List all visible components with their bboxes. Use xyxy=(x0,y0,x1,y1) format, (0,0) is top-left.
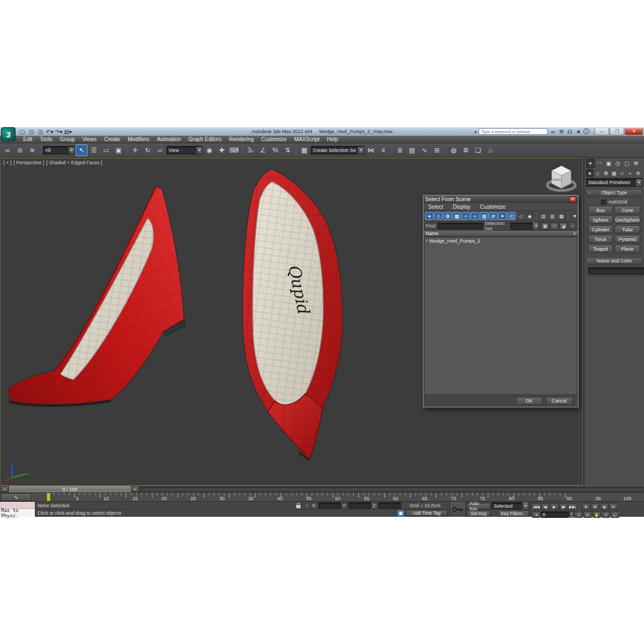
scene-object-row[interactable]: ▪ Wedge_Heel_Pumps_2 xyxy=(425,237,577,244)
select-none-icon[interactable]: □ xyxy=(550,223,558,230)
select-invert-icon[interactable]: ◪ xyxy=(559,223,567,230)
display-influences-icon[interactable]: ◆ xyxy=(525,212,534,220)
undo-icon[interactable]: ↶▾ xyxy=(46,128,54,135)
schematic-view-icon[interactable]: ⊞ xyxy=(431,144,443,156)
pan-icon[interactable]: ✋ xyxy=(592,511,601,518)
keyboard-override-icon[interactable]: ⌨ xyxy=(228,144,240,156)
track-bar-ruler[interactable]: 0510152025303540455055606570758085909510… xyxy=(32,493,644,501)
key-filters-button[interactable]: Key Filters... xyxy=(498,510,529,517)
tree-view-icon[interactable]: ▥ xyxy=(548,212,557,220)
teapot-button[interactable]: Teapot xyxy=(588,245,613,253)
perspective-viewport[interactable]: [ + ] [ Perspective ] [ Shaded + Edged F… xyxy=(0,158,583,486)
infocenter-search-input[interactable] xyxy=(479,128,547,135)
menu-item[interactable]: Tools xyxy=(36,136,56,143)
menu-item[interactable]: Help xyxy=(323,136,342,143)
infocenter-toggle-icon[interactable]: ▸ xyxy=(475,129,477,134)
subtab-shapes[interactable]: ◇ xyxy=(594,169,602,177)
next-frame-arrow[interactable]: > xyxy=(131,486,139,492)
tube-button[interactable]: Tube xyxy=(614,225,640,233)
tab-display[interactable]: ▢ xyxy=(623,159,631,168)
go-to-end-icon[interactable]: ▶▶| xyxy=(568,503,577,510)
object-name-input[interactable] xyxy=(588,267,644,275)
column-view-icon[interactable]: ▦ xyxy=(557,212,566,220)
y-coordinate-field[interactable] xyxy=(348,502,371,509)
bind-to-space-warp-icon[interactable]: ≋ xyxy=(26,144,38,156)
tab-modify[interactable]: ◠ xyxy=(595,159,604,168)
sphere-button[interactable]: Sphere xyxy=(588,216,613,224)
time-configuration-icon[interactable]: ◷ xyxy=(574,511,583,518)
play-icon[interactable]: ▶ xyxy=(550,503,559,510)
render-production-icon[interactable]: ♨ xyxy=(485,144,496,156)
tab-create[interactable]: ✦ xyxy=(586,159,595,168)
plane-button[interactable]: Plane xyxy=(614,245,640,253)
percent-snap-icon[interactable]: % xyxy=(269,144,281,156)
cancel-button[interactable]: Cancel xyxy=(546,397,573,405)
menu-item[interactable]: Create xyxy=(100,136,124,143)
material-editor-icon[interactable]: ◍ xyxy=(448,144,459,156)
subtab-cameras[interactable]: ▦ xyxy=(610,169,618,177)
named-selection-sets-icon[interactable]: ▦ xyxy=(298,144,310,156)
set-key-button[interactable]: Set Key xyxy=(467,510,491,517)
chevron-down-icon[interactable]: ▾ xyxy=(357,147,364,154)
display-geometry-icon[interactable]: ● xyxy=(425,212,434,220)
column-options-icon[interactable]: ≡ xyxy=(573,231,576,236)
cone-button[interactable]: Cone xyxy=(614,206,640,214)
rendered-frame-icon[interactable]: ❏ xyxy=(472,144,484,156)
box-button[interactable]: Box xyxy=(588,206,613,214)
frame-spinner[interactable]: ▲▼ xyxy=(569,511,574,518)
subtab-helpers[interactable]: ⊹ xyxy=(618,169,626,177)
zoom-icon[interactable]: ⊕ xyxy=(582,503,590,510)
chevron-down-icon[interactable]: ▾ xyxy=(532,223,539,230)
find-input[interactable] xyxy=(438,223,483,229)
time-slider-handle[interactable]: 0 / 100 xyxy=(9,486,130,492)
chevron-down-icon[interactable]: ▾ xyxy=(635,179,642,186)
save-file-icon[interactable]: ◫ xyxy=(36,128,45,135)
torus-button[interactable]: Torus xyxy=(588,235,613,243)
subscription-icon[interactable]: ⚒ xyxy=(558,128,565,135)
selection-set-dropdown[interactable]: ▾ xyxy=(510,223,539,230)
dialog-title-bar[interactable]: Select From Scene ✕ xyxy=(423,195,578,203)
ok-button[interactable]: OK xyxy=(516,397,543,405)
favorites-icon[interactable]: ★ xyxy=(575,128,582,135)
search-icon[interactable]: ∞ xyxy=(549,128,557,135)
viewport-general-menu[interactable]: [ + ] xyxy=(3,160,11,165)
chevron-down-icon[interactable]: ▾ xyxy=(68,147,75,154)
select-and-scale-icon[interactable]: ▱ xyxy=(154,144,166,156)
subtab-geometry[interactable]: ● xyxy=(586,169,594,177)
display-groups-icon[interactable]: ▧ xyxy=(480,212,488,220)
add-time-tag-button[interactable]: Add Time Tag xyxy=(406,510,448,516)
subtab-systems[interactable]: ⚙ xyxy=(634,169,642,177)
select-and-rotate-icon[interactable]: ↻ xyxy=(142,144,153,156)
selection-filter-dropdown[interactable]: All▾ xyxy=(43,146,75,155)
left-shoe[interactable] xyxy=(8,186,185,406)
render-setup-icon[interactable]: ⚙ xyxy=(460,144,472,156)
menu-item[interactable]: Modifiers xyxy=(124,136,153,143)
viewport-shading-menu[interactable]: [ Shaded + Edged Faces ] xyxy=(46,160,102,165)
display-xrefs-icon[interactable]: ⇄ xyxy=(489,212,497,220)
viewport-pov-menu[interactable]: [ Perspective ] xyxy=(13,160,44,165)
tab-hierarchy[interactable]: ▣ xyxy=(604,159,613,168)
select-and-link-icon[interactable]: ∞ xyxy=(2,144,13,156)
object-type-rollout-header[interactable]: − Object Type xyxy=(586,189,642,196)
cylinder-button[interactable]: Cylinder xyxy=(588,225,613,233)
list-view-icon[interactable]: ▤ xyxy=(539,212,547,220)
time-slider-track[interactable] xyxy=(140,486,643,492)
set-keys-button[interactable] xyxy=(450,502,466,517)
selection-lock-icon[interactable] xyxy=(295,502,302,509)
help-icon[interactable]: ? xyxy=(583,128,589,134)
minimize-button[interactable]: — xyxy=(595,128,609,135)
menu-item[interactable]: Customize xyxy=(258,136,290,143)
pyramid-button[interactable]: Pyramid xyxy=(614,235,640,243)
graphite-ribbon-icon[interactable]: ▤ xyxy=(406,144,418,156)
viewcube[interactable]: RIGHT xyxy=(545,162,578,196)
orbit-icon[interactable]: ↺ xyxy=(602,511,610,518)
close-button[interactable]: ✕ xyxy=(625,128,643,135)
spinner-snap-icon[interactable]: ⇅ xyxy=(282,144,294,156)
go-to-start-icon[interactable]: |◀◀ xyxy=(532,503,540,510)
maxscript-mini-listener[interactable]: Max to Physc. xyxy=(0,502,35,517)
zoom-extents-icon[interactable]: ▣ xyxy=(600,503,609,510)
curve-editor-icon[interactable]: ∿ xyxy=(419,144,430,156)
select-all-icon[interactable]: ▩ xyxy=(541,223,549,230)
subtab-space-warps[interactable]: ≈ xyxy=(626,169,634,177)
zoom-all-icon[interactable]: ⊞ xyxy=(591,503,599,510)
